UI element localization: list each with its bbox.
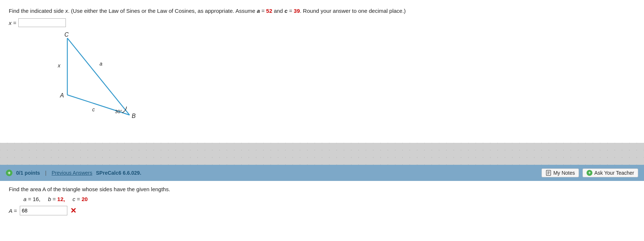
problem-id: SPreCalc6 6.6.029. — [96, 170, 141, 176]
c-value2: 20 — [82, 196, 88, 202]
ask-teacher-label: Ask Your Teacher — [594, 170, 634, 176]
question-line1: Find the indicated side x. (Use either t… — [9, 7, 635, 15]
a-equals2: = — [28, 196, 33, 202]
bar-divider: | — [45, 170, 46, 176]
b-value2: 12, — [57, 196, 65, 202]
a-value: 52 — [266, 8, 272, 14]
x-variable: x — [65, 8, 68, 14]
a-answer-label: A = — [9, 208, 17, 214]
problem2-answer-row: A = ✕ — [9, 206, 635, 215]
ask-teacher-plus-icon: + — [587, 170, 592, 176]
b-equals2: = — [53, 196, 57, 202]
problem2-question: Find the area A of the triangle whose si… — [9, 186, 635, 192]
b-label2: b — [48, 196, 51, 202]
c-variable-inline: c — [284, 8, 287, 14]
angle-label: 30° — [115, 109, 122, 114]
side-x-label: x — [57, 63, 61, 68]
problem1-container: Find the indicated side x. (Use either t… — [0, 0, 644, 143]
a-answer-input[interactable] — [20, 206, 67, 215]
c-label2: c — [72, 196, 75, 202]
problem2-values: a = 16, b = 12, c = 20 — [23, 196, 635, 202]
a-label2: a — [23, 196, 26, 202]
x-answer-input[interactable] — [18, 18, 66, 27]
c-equals2: = — [77, 196, 82, 202]
vertex-a-label: A — [60, 92, 64, 99]
a-value2: 16, — [33, 196, 40, 202]
my-notes-label: My Notes — [553, 170, 575, 176]
notes-icon — [546, 170, 551, 176]
a-variable-inline: a — [257, 8, 260, 14]
problem2-container: Find the area A of the triangle whose si… — [0, 181, 644, 221]
question-text-part1: Find the indicated side — [9, 8, 65, 14]
divider-band — [0, 143, 644, 165]
triangle-diagram: C A B x a c 30° — [45, 31, 635, 138]
triangle-svg: C A B x a c 30° — [45, 31, 148, 137]
x-answer-row: x = — [9, 18, 635, 27]
question-text-part2: . (Use either the Law of Sines or the La… — [68, 8, 257, 14]
previous-answers-link[interactable]: Previous Answers — [52, 170, 92, 176]
points-display: 0/1 points — [16, 170, 40, 176]
wrong-answer-icon: ✕ — [70, 206, 76, 215]
side-c-label: c — [92, 107, 95, 112]
my-notes-button[interactable]: My Notes — [542, 168, 579, 177]
equals1: = — [260, 8, 266, 14]
c-value: 39 — [294, 8, 300, 14]
vertex-c-label: C — [64, 31, 69, 38]
vertex-b-label: B — [132, 113, 136, 119]
svg-line-1 — [67, 38, 130, 115]
and-text: and — [272, 8, 284, 14]
x-answer-label: x = — [9, 20, 16, 26]
bottom-bar: + 0/1 points | Previous Answers SPreCalc… — [0, 165, 644, 181]
points-plus-icon: + — [6, 170, 12, 176]
ask-teacher-button[interactable]: + Ask Your Teacher — [583, 168, 638, 177]
equals2: = — [288, 8, 294, 14]
question-text-part3: . Round your answer to one decimal place… — [300, 8, 406, 14]
side-a-label: a — [100, 61, 102, 67]
